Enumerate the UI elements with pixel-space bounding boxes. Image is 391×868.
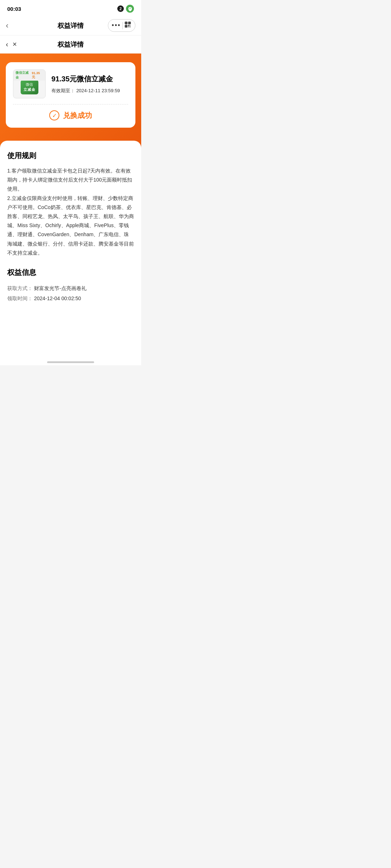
qr-button[interactable] [124, 21, 131, 30]
time-value: 2024-12-04 00:02:50 [34, 295, 81, 301]
success-text: 兑换成功 [63, 111, 92, 120]
voucher-brand: 微信立减金 [16, 71, 32, 80]
benefit-source-row: 获取方式： 财富发光节-点亮画卷礼 [7, 283, 134, 293]
hero-section: 微信立减金 91.35元 微信 立减金 91.35元微信立减金 有效期至： 20… [0, 54, 141, 148]
voucher-validity: 有效期至： 2024-12-11 23:59:59 [51, 88, 128, 94]
nav-title: 权益详情 [58, 21, 84, 30]
nav-divider [122, 22, 123, 29]
voucher-row: 微信立减金 91.35元 微信 立减金 91.35元微信立减金 有效期至： 20… [13, 69, 128, 98]
voucher-card: 微信立减金 91.35元 微信 立减金 91.35元微信立减金 有效期至： 20… [6, 62, 135, 128]
success-row: ✓ 兑换成功 [13, 110, 128, 120]
inner-close-button[interactable]: × [13, 40, 17, 48]
voucher-top-label: 微信立减金 91.35元 [13, 70, 45, 81]
voucher-label-text: 立减金 [24, 87, 35, 92]
more-button[interactable]: ••• [112, 22, 121, 29]
validity-prefix: 有效期至： [51, 88, 75, 93]
inner-back-button[interactable]: ‹ [6, 40, 8, 48]
validity-date: 2024-12-11 23:59:59 [76, 88, 120, 93]
svg-rect-3 [126, 22, 127, 23]
source-value: 财富发光节-点亮画卷礼 [34, 285, 87, 291]
voucher-title: 91.35元微信立减金 [51, 74, 128, 84]
nav-bar: ‹ 权益详情 ••• [0, 16, 141, 35]
svg-rect-4 [129, 22, 130, 23]
status-bar: 00:03 2 [0, 0, 141, 16]
notification-badge: 2 [117, 5, 124, 12]
nav-actions: ••• [108, 19, 135, 32]
inner-nav-title: 权益详情 [58, 40, 84, 49]
content-area: 使用规则 1.客户领取微信立减金至卡包之日起7天内有效。在有效期内，持卡人绑定微… [0, 141, 141, 358]
status-icons: 2 [117, 5, 134, 13]
inner-nav: ‹ × 权益详情 [0, 35, 141, 54]
benefit-time-row: 领取时间： 2024-12-04 00:02:50 [7, 293, 134, 303]
home-indicator [0, 358, 141, 365]
wechat-text: 微信 [24, 82, 35, 87]
nav-back-icon[interactable]: ‹ [6, 21, 8, 30]
shield-icon [126, 5, 134, 13]
time-label: 领取时间： [7, 295, 33, 301]
home-bar [47, 361, 94, 363]
source-label: 获取方式： [7, 285, 33, 291]
svg-rect-5 [126, 26, 127, 27]
status-time: 00:03 [7, 6, 21, 12]
usage-rules-text: 1.客户领取微信立减金至卡包之日起7天内有效。在有效期内，持卡人绑定微信支付后支… [7, 166, 134, 258]
success-check-icon: ✓ [49, 110, 59, 120]
usage-rules-heading: 使用规则 [7, 151, 134, 161]
voucher-main: 微信 立减金 [21, 80, 38, 94]
voucher-info: 91.35元微信立减金 有效期至： 2024-12-11 23:59:59 [51, 74, 128, 94]
voucher-amount-small: 91.35元 [32, 71, 43, 80]
rules-content: 1.客户领取微信立减金至卡包之日起7天内有效。在有效期内，持卡人绑定微信支付后支… [7, 168, 134, 256]
voucher-thumbnail: 微信立减金 91.35元 微信 立减金 [13, 69, 46, 98]
card-divider [13, 104, 128, 105]
benefit-info-heading: 权益信息 [7, 268, 134, 277]
